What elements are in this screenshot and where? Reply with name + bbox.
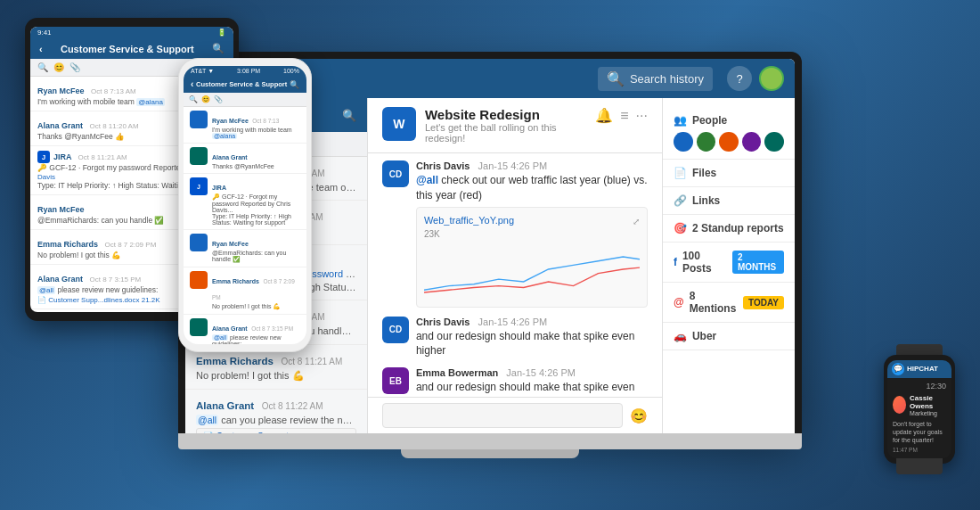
msg-time: Oct 8 11:20 AM — [89, 122, 138, 130]
rs-people-section: 👥 People — [663, 107, 795, 160]
rs-uber-section[interactable]: 🚗 Uber — [663, 323, 795, 350]
rs-mentions-title: @ 8 Mentions TODAY — [674, 290, 784, 315]
rs-people-title: 👥 People — [674, 114, 784, 127]
uber-icon: 🚗 — [674, 330, 687, 342]
search-text: Search history — [630, 72, 704, 86]
list-item: Ryan McFee Oct 8 7:13 I'm working with m… — [184, 107, 306, 144]
more-icon[interactable]: ··· — [636, 108, 648, 124]
posts-badge: 2 MONTHS — [732, 251, 784, 274]
msg-preview: @EmmaRichards: can you handle ✅ — [212, 250, 300, 263]
msg-sender: JIRA — [53, 152, 72, 161]
list-icon[interactable]: ≡ — [620, 108, 628, 124]
chart-expand-icon[interactable]: ⤢ — [633, 217, 640, 226]
msg-time: Oct 8 7 2:09 PM — [104, 241, 156, 249]
msg-sender: Ryan McFee — [212, 241, 249, 247]
standup-icon: 🎯 — [674, 222, 687, 234]
msg-content: Alana Grant Oct 8 7 3:15 PM @all please … — [212, 318, 300, 344]
phone-status-bar: AT&T ▼ 3:08 PM 100% — [184, 66, 306, 76]
rs-mentions-section[interactable]: @ 8 Mentions TODAY — [663, 283, 795, 323]
msg-time: Oct 8 11:21 AM — [78, 153, 127, 161]
msg-time: Oct 8 7 3:15 PM — [251, 325, 293, 332]
msg-time: Oct 8 7:13 AM — [91, 87, 136, 95]
phone-channel-header: ‹ Customer Service & Support 🔍 — [184, 76, 306, 93]
phone-battery: 100% — [283, 68, 299, 74]
rs-links-section[interactable]: 🔗 Links — [663, 187, 795, 215]
phone-icon3[interactable]: 📎 — [214, 95, 223, 103]
tablet-status-bar: 9:41 🔋 — [30, 27, 233, 38]
avatar — [697, 132, 716, 152]
phone-device: AT&T ▼ 3:08 PM 100% ‹ Customer Service &… — [178, 58, 312, 352]
phone-icon1[interactable]: 🔍 — [189, 95, 198, 103]
rs-standup-title: 🎯 2 Standup reports — [674, 222, 784, 234]
channel-search-icon[interactable]: 🔍 — [342, 109, 356, 122]
msg-content: Chris Davis Jan-15 4:26 PM and our redes… — [416, 317, 648, 359]
jira-avatar: J — [37, 151, 50, 163]
phone-icon2[interactable]: 😊 — [201, 95, 210, 103]
rs-posts-title: f 100 Posts 2 MONTHS — [674, 250, 784, 275]
laptop-base — [178, 433, 802, 449]
msg-time: Jan-15 4:26 PM — [478, 317, 548, 327]
msg-sender: Alana Grant — [37, 275, 83, 284]
msg-sender: Ryan McFee — [212, 118, 249, 124]
msg-content: JIRA 🔑 GCF-12 · Forgot my password Repor… — [212, 177, 300, 226]
watch-app-logo: 💬 — [892, 363, 904, 375]
message-input-area: 😊 — [368, 397, 662, 433]
mentions-badge: TODAY — [743, 296, 784, 309]
watch-message: Don't forget to update your goals for th… — [893, 420, 946, 444]
tablet-search-icon[interactable]: 🔍 — [212, 43, 225, 54]
chart-size: 23K — [424, 229, 640, 239]
help-icon-button[interactable]: ? — [727, 66, 752, 91]
list-item: CD Chris Davis Jan-15 4:26 PM and our re… — [382, 317, 648, 359]
bell-icon[interactable]: 🔔 — [595, 107, 613, 124]
right-sidebar: 👥 People — [662, 98, 795, 433]
msg-preview: I'm working with mobile team @alana — [212, 127, 300, 139]
msg-content: Ryan McFee @EmmaRichards: can you handle… — [212, 234, 300, 263]
list-item: Alana Grant Thanks @RyanMcFee — [184, 144, 306, 174]
watch-user-role: Marketing — [910, 410, 946, 416]
user-avatar[interactable] — [759, 66, 784, 91]
avatar — [190, 234, 208, 251]
rs-standup-section[interactable]: 🎯 2 Standup reports — [663, 215, 795, 243]
msg-meta: Emma Bowerman Jan-15 4:26 PM — [416, 367, 648, 378]
mention: @all — [212, 334, 228, 341]
chat-header-actions: 🔔 ≡ ··· — [595, 107, 648, 124]
msg-time: Oct 8 11:22 AM — [262, 401, 323, 411]
rs-posts-section[interactable]: f 100 Posts 2 MONTHS — [663, 243, 795, 283]
tablet-icon2[interactable]: 😊 — [53, 62, 64, 72]
avatar — [190, 318, 208, 336]
watch-user-name: Cassie Owens — [910, 394, 946, 410]
msg-sender: Emma Richards — [196, 356, 274, 366]
avatar — [190, 111, 208, 128]
message-input[interactable] — [382, 403, 623, 428]
search-area[interactable]: 🔍 Search history — [598, 67, 713, 91]
list-item[interactable]: Alana Grant Oct 8 11:22 AM @all can you … — [185, 390, 367, 433]
chat-header: W Website Redesign Let's get the ball ro… — [368, 98, 662, 153]
phone-search-icon[interactable]: 🔍 — [290, 80, 299, 89]
tablet-time: 9:41 — [37, 29, 52, 37]
msg-time: Oct 8 7 3:15 PM — [89, 276, 141, 284]
emoji-input-icon[interactable]: 😊 — [630, 407, 648, 424]
list-item: Ryan McFee @EmmaRichards: can you handle… — [184, 230, 306, 267]
tablet-icon1[interactable]: 🔍 — [37, 62, 48, 72]
phone-back-icon[interactable]: ‹ — [191, 79, 193, 89]
tablet-channel-name: Customer Service & Support — [61, 44, 194, 54]
msg-meta: Chris Davis Jan-15 4:26 PM — [416, 160, 648, 171]
mention: @alana — [136, 98, 165, 106]
msg-content: Chris Davis Jan-15 4:26 PM @all check ou… — [416, 160, 648, 308]
tablet-back-icon[interactable]: ‹ — [39, 44, 43, 54]
avatar — [190, 147, 208, 165]
msg-time: Jan-15 4:26 PM — [478, 160, 548, 171]
laptop-stand — [401, 449, 579, 458]
watch-screen: 💬 HIPCHAT 12:30 Cassie Owens Marketing D… — [887, 360, 951, 458]
jira-avatar: J — [190, 177, 208, 195]
phone-toolbar: 🔍 😊 📎 — [184, 93, 306, 107]
msg-content: Emma Richards Oct 8 7 2:09 PM No problem… — [212, 271, 300, 310]
msg-text: and our redesign should make that spike … — [416, 380, 648, 397]
rs-files-section[interactable]: 📄 Files — [663, 160, 795, 187]
list-item: CD Chris Davis Jan-15 4:26 PM @all check… — [382, 160, 648, 308]
tablet-icon3[interactable]: 📎 — [69, 62, 80, 72]
msg-preview: No problem! I got this 💪 — [212, 303, 300, 310]
msg-avatar: EB — [382, 367, 409, 394]
watch-user-area: Cassie Owens Marketing — [893, 394, 946, 416]
avatar — [742, 132, 762, 152]
